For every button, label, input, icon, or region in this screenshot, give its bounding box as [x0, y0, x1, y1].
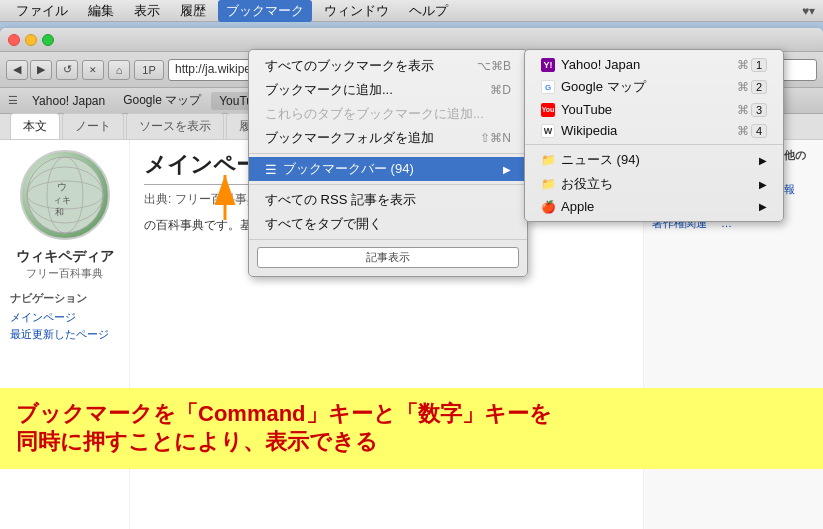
menu-sep-2 [249, 184, 527, 185]
overlay-text-container: ブックマークを「Command」キーと「数字」キーを同時に押すことにより、表示で… [0, 388, 823, 469]
shortcut-show-all: ⌥⌘B [477, 59, 511, 73]
folder-icon-news: 📁 [541, 153, 555, 167]
menu-show-rss[interactable]: すべての RSS 記事を表示 [249, 188, 527, 212]
menubar-help[interactable]: ヘルプ [401, 0, 456, 22]
folder-icon-useful: 📁 [541, 177, 555, 191]
shortcut-yahoo: ⌘1 [737, 58, 767, 72]
menu-add-folder[interactable]: ブックマークフォルダを追加 ⇧⌘N [249, 126, 527, 150]
wiki-sidebar: ウ ィキ 和 ウィキペディア フリー百科事典 ナビゲーション メインページ 最近… [0, 140, 130, 529]
svg-text:ィキ: ィキ [53, 195, 71, 205]
bookmark-google[interactable]: Google マップ [115, 90, 209, 111]
submenu-google[interactable]: G Google マップ ⌘2 [525, 75, 783, 99]
tab-source[interactable]: ソースを表示 [126, 113, 224, 139]
menu-bookmarks-bar[interactable]: ☰ ブックマークバー (94) [249, 157, 527, 181]
menubar: ファイル 編集 表示 履歴 ブックマーク ウィンドウ ヘルプ ♥▾ [0, 0, 823, 22]
menu-sep-1 [249, 153, 527, 154]
wiki-nav-main[interactable]: メインページ [10, 310, 119, 325]
menu-sep-3 [249, 239, 527, 240]
arrow-indicator [200, 165, 250, 228]
menubar-file[interactable]: ファイル [8, 0, 76, 22]
menu-add-bookmark[interactable]: ブックマークに追加... ⌘D [249, 78, 527, 102]
shortcut-add: ⌘D [490, 83, 511, 97]
back-button[interactable]: ◀ [6, 60, 28, 80]
menubar-window[interactable]: ウィンドウ [316, 0, 397, 22]
svg-text:ウ: ウ [57, 181, 67, 192]
tab-main[interactable]: 本文 [10, 113, 60, 139]
menu-add-tabs: これらのタブをブックマークに追加... [249, 102, 527, 126]
nav-buttons: ◀ ▶ [6, 60, 52, 80]
svg-text:和: 和 [55, 207, 64, 217]
tab-note[interactable]: ノート [62, 113, 124, 139]
apple-icon: 🍎 [541, 200, 555, 214]
submenu-wikipedia[interactable]: W Wikipedia ⌘4 [525, 120, 783, 141]
google-favicon: G [541, 80, 555, 94]
wikipedia-favicon: W [541, 124, 555, 138]
menubar-status: ♥▾ [802, 4, 815, 18]
shortcut-youtube: ⌘3 [737, 103, 767, 117]
bookmark-yahoo[interactable]: Yahoo! Japan [24, 92, 113, 110]
traffic-lights [8, 34, 54, 46]
sidebar-icon: ☰ [8, 94, 18, 107]
menubar-history[interactable]: 履歴 [172, 0, 214, 22]
menubar-edit[interactable]: 編集 [80, 0, 122, 22]
bookmarks-submenu: Y! Yahoo! Japan ⌘1 G Google マップ ⌘2 You Y… [524, 49, 784, 222]
forward-button[interactable]: ▶ [30, 60, 52, 80]
wiki-name: ウィキペディア [10, 248, 119, 266]
wiki-nav-recent[interactable]: 最近更新したページ [10, 327, 119, 342]
submenu-apple[interactable]: 🍎 Apple [525, 196, 783, 217]
submenu-useful[interactable]: 📁 お役立ち [525, 172, 783, 196]
reload-button[interactable]: ↺ [56, 60, 78, 80]
privacy-button[interactable]: 1P [134, 60, 164, 80]
menu-open-tabs[interactable]: すべてをタブで開く [249, 212, 527, 236]
wiki-subtitle: フリー百科事典 [10, 266, 119, 281]
youtube-favicon: You [541, 103, 555, 117]
stop-button[interactable]: ✕ [82, 60, 104, 80]
close-button[interactable] [8, 34, 20, 46]
menu-show-all-bookmarks[interactable]: すべてのブックマークを表示 ⌥⌘B [249, 54, 527, 78]
bookmark-widget: 記事表示 [257, 247, 519, 268]
wiki-globe: ウ ィキ 和 [20, 150, 110, 240]
shortcut-add-folder: ⇧⌘N [480, 131, 511, 145]
home-button[interactable]: ⌂ [108, 60, 130, 80]
menubar-bookmarks[interactable]: ブックマーク [218, 0, 312, 22]
wiki-nav-title: ナビゲーション [10, 291, 119, 306]
submenu-yahoo[interactable]: Y! Yahoo! Japan ⌘1 [525, 54, 783, 75]
yahoo-favicon: Y! [541, 58, 555, 72]
submenu-youtube[interactable]: You YouTube ⌘3 [525, 99, 783, 120]
overlay-text: ブックマークを「Command」キーと「数字」キーを同時に押すことにより、表示で… [16, 400, 807, 457]
submenu-sep-1 [525, 144, 783, 145]
bookmarks-menu: すべてのブックマークを表示 ⌥⌘B ブックマークに追加... ⌘D これらのタブ… [248, 49, 528, 277]
maximize-button[interactable] [42, 34, 54, 46]
shortcut-google: ⌘2 [737, 80, 767, 94]
submenu-news[interactable]: 📁 ニュース (94) [525, 148, 783, 172]
menubar-view[interactable]: 表示 [126, 0, 168, 22]
minimize-button[interactable] [25, 34, 37, 46]
shortcut-wikipedia: ⌘4 [737, 124, 767, 138]
